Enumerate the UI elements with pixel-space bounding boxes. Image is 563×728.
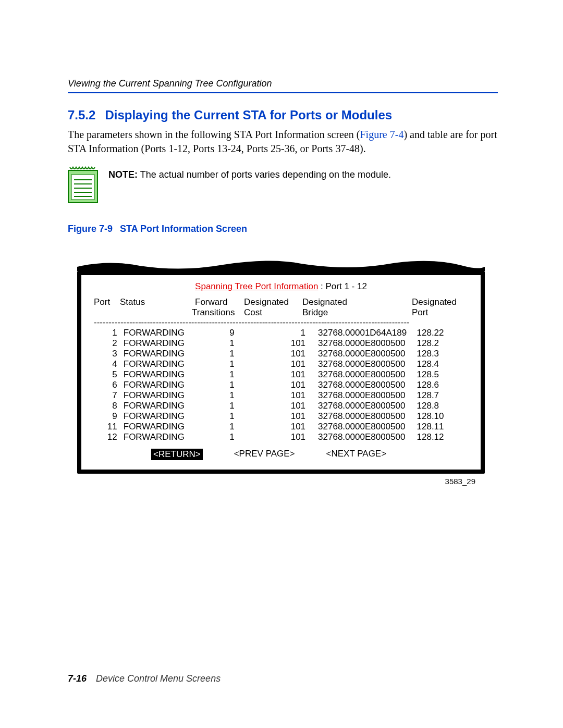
terminal-inner: Spanning Tree Port Information : Port 1 … bbox=[81, 275, 481, 470]
page: Viewing the Current Spanning Tree Config… bbox=[0, 0, 563, 728]
note-body: The actual number of ports varies depend… bbox=[140, 169, 391, 180]
col-bridge: Designated bbox=[302, 297, 405, 307]
next-page-button[interactable]: <NEXT PAGE> bbox=[326, 449, 387, 460]
cell-cost: 101 bbox=[253, 380, 318, 390]
cell-cost: 101 bbox=[253, 338, 318, 349]
para-pre: The parameters shown in the following ST… bbox=[68, 129, 360, 140]
cell-fwd: 1 bbox=[188, 401, 253, 411]
cell-bridge: 32768.0000E8000500 bbox=[318, 369, 409, 380]
cell-dport: 128.6 bbox=[410, 380, 468, 390]
cell-status: FORWARDING bbox=[124, 422, 188, 432]
col-cost2: Cost bbox=[244, 307, 302, 318]
section-heading: 7.5.2Displaying the Current STA for Port… bbox=[68, 108, 498, 122]
cell-cost: 101 bbox=[253, 422, 318, 432]
header-rule bbox=[68, 92, 498, 93]
cell-status: FORWARDING bbox=[124, 432, 188, 442]
col-status: Status bbox=[120, 297, 192, 307]
intro-paragraph: The parameters shown in the following ST… bbox=[68, 128, 498, 156]
table-row: 5FORWARDING110132768.0000E8000500128.5 bbox=[94, 369, 468, 380]
cell-status: FORWARDING bbox=[124, 390, 188, 401]
cell-dport: 128.8 bbox=[410, 401, 468, 411]
cell-bridge: 32768.0000E8000500 bbox=[318, 380, 409, 390]
cell-fwd: 1 bbox=[188, 390, 253, 401]
note-label: NOTE: bbox=[108, 169, 138, 180]
figure-link[interactable]: Figure 7-4 bbox=[360, 129, 404, 140]
terminal-title: Spanning Tree Port Information : Port 1 … bbox=[94, 281, 468, 292]
cell-port: 7 bbox=[94, 390, 124, 401]
col-dport: Designated bbox=[405, 297, 462, 307]
notepad-icon bbox=[68, 166, 98, 206]
terminal-title-rest: : Port 1 - 12 bbox=[318, 281, 367, 291]
cell-fwd: 1 bbox=[188, 349, 253, 359]
cell-port: 11 bbox=[94, 422, 124, 432]
page-footer: 7-16Device Control Menu Screens bbox=[68, 673, 221, 684]
svg-rect-1 bbox=[71, 175, 94, 200]
prev-page-button[interactable]: <PREV PAGE> bbox=[234, 449, 295, 460]
running-head: Viewing the Current Spanning Tree Config… bbox=[68, 78, 498, 92]
table-row: 11FORWARDING110132768.0000E8000500128.11 bbox=[94, 422, 468, 432]
cell-fwd: 1 bbox=[188, 411, 253, 422]
table-row: 3FORWARDING110132768.0000E8000500128.3 bbox=[94, 349, 468, 359]
terminal-figure: Spanning Tree Port Information : Port 1 … bbox=[77, 258, 485, 486]
cell-status: FORWARDING bbox=[124, 401, 188, 411]
section-title: Displaying the Current STA for Ports or … bbox=[105, 108, 392, 122]
figure-number: Figure 7-9 bbox=[68, 224, 113, 234]
cell-cost: 101 bbox=[253, 359, 318, 369]
cell-bridge: 32768.00001D64A189 bbox=[318, 328, 409, 338]
col-port: Port bbox=[94, 297, 120, 307]
cell-bridge: 32768.0000E8000500 bbox=[318, 422, 409, 432]
cell-bridge: 32768.0000E8000500 bbox=[318, 390, 409, 401]
col-cost: Designated bbox=[244, 297, 302, 307]
section-number: 7.5.2 bbox=[68, 108, 95, 122]
terminal-title-red: Spanning Tree Port Information bbox=[195, 281, 318, 291]
return-button[interactable]: <RETURN> bbox=[151, 449, 203, 460]
cell-bridge: 32768.0000E8000500 bbox=[318, 432, 409, 442]
cell-fwd: 1 bbox=[188, 369, 253, 380]
table-row: 6FORWARDING110132768.0000E8000500128.6 bbox=[94, 380, 468, 390]
cell-cost: 101 bbox=[253, 432, 318, 442]
table-body: 1FORWARDING9132768.00001D64A189128.222FO… bbox=[94, 328, 468, 443]
cell-port: 4 bbox=[94, 359, 124, 369]
table-row: 4FORWARDING110132768.0000E8000500128.4 bbox=[94, 359, 468, 369]
torn-edge-icon bbox=[77, 258, 485, 271]
cell-port: 2 bbox=[94, 338, 124, 349]
cell-status: FORWARDING bbox=[124, 328, 188, 338]
cell-fwd: 1 bbox=[188, 380, 253, 390]
cell-dport: 128.12 bbox=[410, 432, 468, 442]
cell-port: 12 bbox=[94, 432, 124, 442]
cell-dport: 128.2 bbox=[410, 338, 468, 349]
footer-title: Device Control Menu Screens bbox=[96, 673, 221, 684]
table-row: 7FORWARDING110132768.0000E8000500128.7 bbox=[94, 390, 468, 401]
figure-title: STA Port Information Screen bbox=[120, 224, 247, 234]
table-header-row2: Transitions Cost Bridge Port bbox=[94, 307, 468, 318]
col-dport2: Port bbox=[405, 307, 462, 318]
cell-port: 8 bbox=[94, 401, 124, 411]
table-row: 2FORWARDING110132768.0000E8000500128.2 bbox=[94, 338, 468, 349]
cell-port: 1 bbox=[94, 328, 124, 338]
cell-status: FORWARDING bbox=[124, 380, 188, 390]
figure-image-id: 3583_29 bbox=[77, 477, 475, 486]
table-header-row1: Port Status Forward Designated Designate… bbox=[94, 297, 468, 307]
cell-status: FORWARDING bbox=[124, 359, 188, 369]
cell-bridge: 32768.0000E8000500 bbox=[318, 411, 409, 422]
cell-port: 5 bbox=[94, 369, 124, 380]
cell-fwd: 9 bbox=[188, 328, 253, 338]
divider-dashes: ----------------------------------------… bbox=[94, 318, 468, 328]
cell-status: FORWARDING bbox=[124, 411, 188, 422]
note-block: NOTE: The actual number of ports varies … bbox=[68, 166, 498, 206]
cell-fwd: 1 bbox=[188, 359, 253, 369]
col-bridge2: Bridge bbox=[302, 307, 405, 318]
cell-fwd: 1 bbox=[188, 432, 253, 442]
cell-cost: 101 bbox=[253, 401, 318, 411]
cell-port: 6 bbox=[94, 380, 124, 390]
cell-status: FORWARDING bbox=[124, 369, 188, 380]
cell-status: FORWARDING bbox=[124, 338, 188, 349]
cell-fwd: 1 bbox=[188, 422, 253, 432]
cell-cost: 101 bbox=[253, 411, 318, 422]
terminal-actions: <RETURN> <PREV PAGE> <NEXT PAGE> bbox=[94, 449, 468, 460]
table-row: 9FORWARDING110132768.0000E8000500128.10 bbox=[94, 411, 468, 422]
cell-cost: 101 bbox=[253, 390, 318, 401]
cell-status: FORWARDING bbox=[124, 349, 188, 359]
cell-cost: 1 bbox=[253, 328, 318, 338]
figure-caption: Figure 7-9STA Port Information Screen bbox=[68, 224, 498, 235]
